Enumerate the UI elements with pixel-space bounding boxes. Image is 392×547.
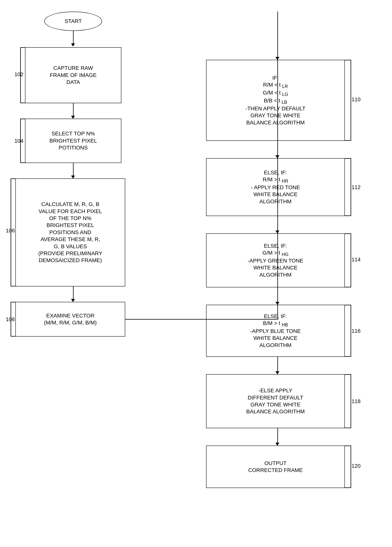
bracket-120-b [345,487,351,488]
bracket-102 [20,47,25,48]
ref-102: 102 [14,71,24,77]
bracket-104-v [20,119,21,163]
bracket-114-v [351,233,351,287]
arrowhead-102-104 [71,116,75,119]
bracket-114-b [345,287,351,287]
arrowhead-106-108 [71,299,75,302]
bracket-108 [11,302,15,302]
bracket-102-v [20,47,21,103]
ref-120: 120 [352,463,361,469]
bracket-106-b [11,286,15,287]
arrow-118-120 [277,428,278,444]
node-106: CALCULATE M, R, G, BVALUE FOR EACH PIXEL… [15,178,125,287]
connect-108-right-v-up [277,12,278,320]
ref-104: 104 [14,138,24,144]
start-label: START [65,18,82,25]
bracket-110-v [351,60,351,141]
node-120-label: OUTPUTCORRECTED FRAME [248,460,303,474]
node-112-label: ELSE, IF:R/M > t HR- APPLY RED TONEWHITE… [251,169,300,205]
flowchart-container: START CAPTURE RAWFRAME OF IMAGEDATA 102 … [0,0,392,547]
arrowhead-start-102 [71,43,75,47]
ref-112: 112 [352,184,361,190]
bracket-104-b [20,162,25,163]
node-108-label: EXAMINE VECTOR(M/M, R/M, G/M, B/M) [44,312,97,326]
arrow-start-to-102 [73,31,73,44]
node-106-label: CALCULATE M, R, G, BVALUE FOR EACH PIXEL… [38,201,102,264]
arrowhead-118-120 [275,443,279,446]
node-114: ELSE, IF:G/M > t HG-APPLY GREEN TONEWHIT… [206,233,345,287]
bracket-104 [20,119,25,119]
node-120: OUTPUTCORRECTED FRAME [206,445,345,488]
ref-118: 118 [352,398,361,404]
bracket-118-v [351,374,351,428]
bracket-116-v [351,305,351,357]
node-104-label: SELECT TOP N%BRIGHTEST PIXELPOTITIONS [49,130,97,151]
bracket-106-v [11,178,11,287]
ref-114: 114 [352,257,361,263]
node-104: SELECT TOP N%BRIGHTEST PIXELPOTITIONS [25,119,121,163]
arrow-106-108 [73,287,73,300]
bracket-112-t [345,158,351,159]
node-110-label: IF:R/M < t LRG/M < t LGB/B < t LB-THEN A… [246,75,305,126]
bracket-108-b [11,336,15,337]
bracket-120-t [345,445,351,446]
bracket-110-b [345,140,351,141]
bracket-114-t [345,233,351,234]
bracket-112-b [345,215,351,216]
node-118-label: -ELSE APPLYDIFFERENT DEFAULTGRAY TONE WH… [246,387,305,415]
node-116: ELSE, IF:B/M > t HB-APPLY BLUE TONEWHITE… [206,305,345,357]
bracket-118-b [345,428,351,428]
bracket-106 [11,178,15,179]
node-112: ELSE, IF:R/M > t HR- APPLY RED TONEWHITE… [206,158,345,216]
arrowhead-116-118 [275,371,279,374]
bracket-120-v [351,445,351,488]
node-110: IF:R/M < t LRG/M < t LGB/B < t LB-THEN A… [206,60,345,141]
connect-108-right-h [125,319,277,320]
bracket-118-t [345,374,351,375]
bracket-108-v [11,302,11,337]
node-102: CAPTURE RAWFRAME OF IMAGEDATA [25,47,121,103]
bracket-102-b [20,103,25,103]
arrow-116-118 [277,357,278,372]
bracket-116-t [345,305,351,305]
ref-108: 108 [6,316,15,322]
node-108: EXAMINE VECTOR(M/M, R/M, G/M, B/M) [15,302,125,337]
ref-106: 106 [6,228,15,234]
node-102-label: CAPTURE RAWFRAME OF IMAGEDATA [50,65,97,86]
arrow-102-104 [73,103,73,117]
bracket-110-t [345,60,351,60]
start-node: START [44,12,102,31]
bracket-112-v [351,158,351,216]
node-118: -ELSE APPLYDIFFERENT DEFAULTGRAY TONE WH… [206,374,345,428]
ref-116: 116 [352,328,361,334]
arrow-104-106 [73,163,73,177]
arrowhead-104-106 [71,176,75,179]
node-114-label: ELSE, IF:G/M > t HG-APPLY GREEN TONEWHIT… [248,242,303,278]
node-116-label: ELSE, IF:B/M > t HB-APPLY BLUE TONEWHITE… [250,313,301,349]
bracket-116-b [345,356,351,357]
ref-110: 110 [352,96,361,103]
